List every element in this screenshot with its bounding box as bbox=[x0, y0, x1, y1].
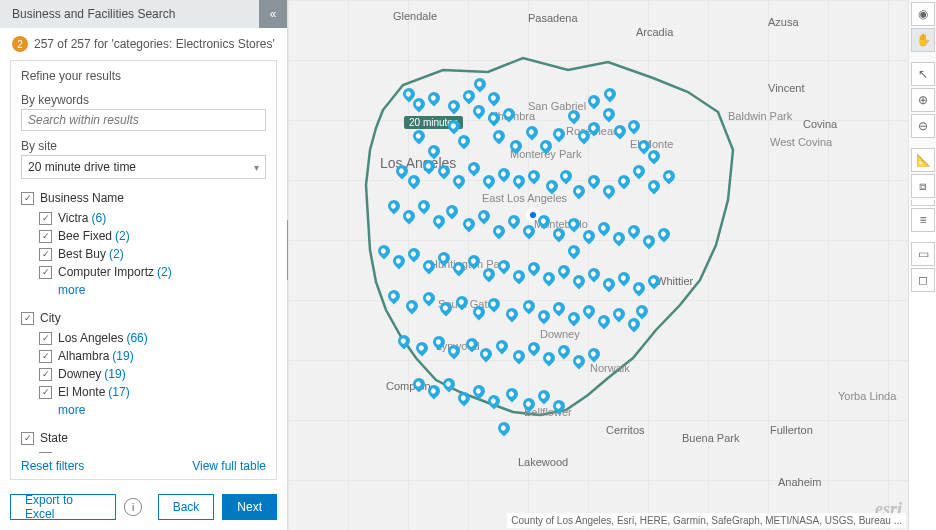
result-pin[interactable] bbox=[421, 290, 438, 307]
result-pin[interactable] bbox=[391, 253, 408, 270]
reset-filters-link[interactable]: Reset filters bbox=[21, 459, 84, 473]
result-pin[interactable] bbox=[471, 103, 488, 120]
result-pin[interactable] bbox=[476, 208, 493, 225]
result-pin[interactable] bbox=[436, 250, 453, 267]
result-pin[interactable] bbox=[421, 258, 438, 275]
result-pin[interactable] bbox=[461, 88, 478, 105]
result-pin[interactable] bbox=[626, 223, 643, 240]
result-pin[interactable] bbox=[446, 98, 463, 115]
result-pin[interactable] bbox=[536, 388, 553, 405]
result-pin[interactable] bbox=[634, 303, 651, 320]
result-pin[interactable] bbox=[401, 86, 418, 103]
result-pin[interactable] bbox=[524, 124, 541, 141]
result-pin[interactable] bbox=[481, 173, 498, 190]
result-pin[interactable] bbox=[538, 138, 555, 155]
result-pin[interactable] bbox=[431, 213, 448, 230]
mouse-icon[interactable]: ◉ bbox=[911, 2, 935, 26]
result-pin[interactable] bbox=[491, 128, 508, 145]
checkbox-icon[interactable] bbox=[39, 350, 52, 363]
result-pin[interactable] bbox=[446, 343, 463, 360]
result-pin[interactable] bbox=[491, 223, 508, 240]
result-pin[interactable] bbox=[571, 183, 588, 200]
result-pin[interactable] bbox=[416, 198, 433, 215]
result-pin[interactable] bbox=[521, 298, 538, 315]
result-pin[interactable] bbox=[526, 260, 543, 277]
result-pin[interactable] bbox=[601, 183, 618, 200]
result-pin[interactable] bbox=[466, 253, 483, 270]
result-pin[interactable] bbox=[636, 138, 653, 155]
result-pin[interactable] bbox=[501, 106, 518, 123]
result-pin[interactable] bbox=[566, 216, 583, 233]
result-pin[interactable] bbox=[586, 93, 603, 110]
view-full-table-link[interactable]: View full table bbox=[192, 459, 266, 473]
result-pin[interactable] bbox=[602, 86, 619, 103]
checkbox-icon[interactable] bbox=[39, 248, 52, 261]
zoomout2-icon[interactable]: ⊖ bbox=[911, 114, 935, 138]
facet-item[interactable]: Computer Importz(2) bbox=[39, 263, 266, 281]
result-pin[interactable] bbox=[566, 310, 583, 327]
result-pin[interactable] bbox=[556, 263, 573, 280]
result-pin[interactable] bbox=[646, 178, 663, 195]
result-pin[interactable] bbox=[596, 220, 613, 237]
result-pin[interactable] bbox=[631, 280, 648, 297]
result-pin[interactable] bbox=[611, 306, 628, 323]
result-pin[interactable] bbox=[441, 376, 458, 393]
result-pin[interactable] bbox=[558, 168, 575, 185]
result-pin[interactable] bbox=[426, 143, 443, 160]
result-pin[interactable] bbox=[426, 383, 443, 400]
ruler-icon[interactable]: 📐 bbox=[911, 148, 935, 172]
result-pin[interactable] bbox=[586, 120, 603, 137]
result-pin[interactable] bbox=[626, 316, 643, 333]
result-pin[interactable] bbox=[471, 304, 488, 321]
result-pin[interactable] bbox=[581, 228, 598, 245]
result-pin[interactable] bbox=[376, 243, 393, 260]
result-pin[interactable] bbox=[478, 346, 495, 363]
result-pin[interactable] bbox=[486, 296, 503, 313]
result-pin[interactable] bbox=[506, 213, 523, 230]
result-pin[interactable] bbox=[611, 230, 628, 247]
result-pin[interactable] bbox=[466, 160, 483, 177]
result-pin[interactable] bbox=[486, 393, 503, 410]
facet-item[interactable]: Bee Fixed(2) bbox=[39, 227, 266, 245]
facet-more-link[interactable]: more bbox=[39, 401, 266, 419]
facet-item[interactable]: Alhambra(19) bbox=[39, 347, 266, 365]
result-pin[interactable] bbox=[481, 266, 498, 283]
result-pin[interactable] bbox=[511, 268, 528, 285]
result-pin[interactable] bbox=[406, 173, 423, 190]
result-pin[interactable] bbox=[646, 273, 663, 290]
result-pin[interactable] bbox=[601, 276, 618, 293]
checkbox-icon[interactable] bbox=[39, 212, 52, 225]
result-pin[interactable] bbox=[631, 163, 648, 180]
result-pin[interactable] bbox=[411, 128, 428, 145]
checkbox-icon[interactable] bbox=[39, 230, 52, 243]
result-pin[interactable] bbox=[571, 273, 588, 290]
result-pin[interactable] bbox=[536, 308, 553, 325]
checkbox-icon[interactable] bbox=[39, 332, 52, 345]
result-pin[interactable] bbox=[401, 208, 418, 225]
result-pin[interactable] bbox=[596, 313, 613, 330]
list-icon[interactable]: ≡ bbox=[911, 208, 935, 232]
result-pin[interactable] bbox=[494, 338, 511, 355]
result-pin[interactable] bbox=[511, 348, 528, 365]
result-pin[interactable] bbox=[461, 216, 478, 233]
result-pin[interactable] bbox=[394, 163, 411, 180]
result-pin[interactable] bbox=[451, 260, 468, 277]
result-pin[interactable] bbox=[551, 398, 568, 415]
result-pin[interactable] bbox=[426, 90, 443, 107]
facet-item[interactable]: El Monte(17) bbox=[39, 383, 266, 401]
keywords-input[interactable] bbox=[21, 109, 266, 131]
result-pin[interactable] bbox=[444, 203, 461, 220]
result-pin[interactable] bbox=[521, 223, 538, 240]
result-pin[interactable] bbox=[396, 333, 413, 350]
result-pin[interactable] bbox=[656, 226, 673, 243]
result-pin[interactable] bbox=[508, 138, 525, 155]
checkbox-icon[interactable] bbox=[39, 368, 52, 381]
result-pin[interactable] bbox=[541, 350, 558, 367]
result-pin[interactable] bbox=[551, 300, 568, 317]
checkbox-icon[interactable] bbox=[21, 312, 34, 325]
result-pin[interactable] bbox=[472, 76, 489, 93]
facet-title[interactable]: State bbox=[21, 431, 266, 445]
hand-icon[interactable]: ✋ bbox=[911, 28, 935, 52]
facet-more-link[interactable]: more bbox=[39, 281, 266, 299]
result-pin[interactable] bbox=[601, 106, 618, 123]
